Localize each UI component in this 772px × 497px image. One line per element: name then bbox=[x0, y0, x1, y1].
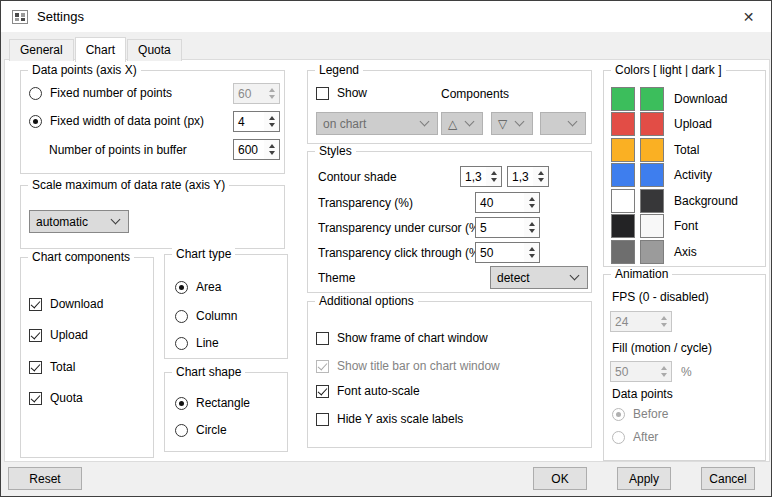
radio-label: Fixed number of points bbox=[50, 86, 172, 100]
close-icon[interactable]: ✕ bbox=[726, 1, 771, 32]
radio-circle bbox=[175, 310, 188, 323]
color-swatch-dark[interactable] bbox=[640, 87, 664, 111]
checkbox-label: Show title bar on chart window bbox=[337, 359, 500, 373]
group-title: Chart shape bbox=[172, 365, 245, 379]
spin-down-icon[interactable] bbox=[538, 178, 544, 182]
color-swatch-dark[interactable] bbox=[640, 138, 664, 162]
spinner-value[interactable]: 1,3 bbox=[461, 167, 486, 186]
color-label: Font bbox=[674, 219, 698, 233]
spinner-value[interactable]: 4 bbox=[234, 112, 264, 131]
spin-up-icon[interactable] bbox=[538, 171, 544, 175]
checkbox-label: Font auto-scale bbox=[337, 384, 420, 398]
buffer-spinner[interactable]: 600 bbox=[233, 139, 280, 160]
spinner-value[interactable]: 50 bbox=[476, 243, 524, 262]
radio-label: Column bbox=[196, 309, 237, 323]
spin-down-icon[interactable] bbox=[529, 254, 535, 258]
legend-marker-up-select: △ bbox=[441, 112, 483, 135]
contour-shade-label: Contour shade bbox=[318, 170, 397, 184]
spin-up-icon bbox=[661, 316, 667, 320]
theme-select[interactable]: detect bbox=[490, 266, 588, 289]
checkbox-download[interactable]: Download bbox=[29, 297, 103, 311]
color-row-download: Download bbox=[604, 87, 727, 111]
color-swatch-dark[interactable] bbox=[640, 214, 664, 238]
radio-before: Before bbox=[612, 407, 668, 421]
apply-button[interactable]: Apply bbox=[617, 467, 671, 490]
radio-line[interactable]: Line bbox=[175, 336, 219, 350]
spin-up-icon[interactable] bbox=[529, 222, 535, 226]
spin-up-icon[interactable] bbox=[269, 116, 275, 120]
color-swatch-dark[interactable] bbox=[640, 112, 664, 136]
chevron-down-icon bbox=[568, 117, 578, 127]
settings-dialog: Settings ✕ General Chart Quota Data poin… bbox=[0, 0, 772, 497]
radio-circle-option[interactable]: Circle bbox=[175, 423, 227, 437]
color-swatch-light[interactable] bbox=[611, 240, 635, 264]
spin-down-icon[interactable] bbox=[529, 229, 535, 233]
color-swatch-light[interactable] bbox=[611, 163, 635, 187]
click-through-spinner[interactable]: 50 bbox=[475, 242, 540, 263]
checkbox-font-autoscale[interactable]: Font auto-scale bbox=[316, 384, 420, 398]
color-swatch-dark[interactable] bbox=[640, 240, 664, 264]
fixed-width-spinner[interactable]: 4 bbox=[233, 111, 280, 132]
color-swatch-light[interactable] bbox=[611, 189, 635, 213]
combo-value: △ bbox=[442, 117, 462, 131]
group-scale-y: Scale maximum of data rate (axis Y) auto… bbox=[20, 185, 285, 249]
transparency-label: Transparency (%) bbox=[318, 196, 413, 210]
group-title: Animation bbox=[611, 267, 672, 281]
contour-shade-spinner-2[interactable]: 1,3 bbox=[507, 166, 549, 187]
radio-area[interactable]: Area bbox=[175, 280, 221, 294]
radio-fixed-width[interactable]: Fixed width of data point (px) bbox=[29, 114, 204, 128]
checkbox-upload[interactable]: Upload bbox=[29, 328, 88, 342]
spin-down-icon[interactable] bbox=[529, 204, 535, 208]
spin-up-icon[interactable] bbox=[269, 144, 275, 148]
reset-button[interactable]: Reset bbox=[8, 467, 82, 490]
color-swatch-dark[interactable] bbox=[640, 163, 664, 187]
spin-down-icon[interactable] bbox=[491, 178, 497, 182]
contour-shade-spinner-1[interactable]: 1,3 bbox=[460, 166, 502, 187]
group-chart-shape: Chart shape Rectangle Circle bbox=[164, 372, 288, 452]
checkbox-total[interactable]: Total bbox=[29, 360, 75, 374]
tab-quota[interactable]: Quota bbox=[127, 39, 182, 61]
checkbox-hide-y-labels[interactable]: Hide Y axis scale labels bbox=[316, 412, 463, 426]
radio-circle bbox=[612, 431, 625, 444]
click-through-label: Transparency click through (%) bbox=[318, 246, 484, 260]
spin-down-icon[interactable] bbox=[269, 151, 275, 155]
checkbox-show-frame[interactable]: Show frame of chart window bbox=[316, 331, 488, 345]
radio-circle bbox=[29, 115, 42, 128]
ok-button[interactable]: OK bbox=[533, 467, 587, 490]
tab-general[interactable]: General bbox=[9, 39, 74, 61]
spin-up-icon[interactable] bbox=[491, 171, 497, 175]
radio-rectangle[interactable]: Rectangle bbox=[175, 396, 250, 410]
transparency-spinner[interactable]: 40 bbox=[475, 192, 540, 213]
spin-down-icon[interactable] bbox=[269, 123, 275, 127]
radio-circle bbox=[175, 424, 188, 437]
radio-column[interactable]: Column bbox=[175, 309, 237, 323]
data-points-label: Data points bbox=[612, 387, 673, 401]
spinner-value[interactable]: 1,3 bbox=[508, 167, 533, 186]
color-swatch-dark[interactable] bbox=[640, 189, 664, 213]
color-label: Upload bbox=[674, 117, 712, 131]
color-swatch-light[interactable] bbox=[611, 138, 635, 162]
color-row-axis: Axis bbox=[604, 240, 697, 264]
spin-up-icon[interactable] bbox=[529, 247, 535, 251]
spin-up-icon bbox=[269, 88, 275, 92]
spin-down-icon bbox=[269, 95, 275, 99]
spinner-buttons bbox=[524, 243, 539, 262]
tab-chart[interactable]: Chart bbox=[75, 37, 126, 62]
color-swatch-light[interactable] bbox=[611, 87, 635, 111]
spinner-value[interactable]: 600 bbox=[234, 140, 264, 159]
checkbox-show-titlebar: Show title bar on chart window bbox=[316, 359, 500, 373]
cancel-button[interactable]: Cancel bbox=[701, 467, 755, 490]
color-swatch-light[interactable] bbox=[611, 112, 635, 136]
tab-strip: General Chart Quota bbox=[9, 37, 183, 61]
spin-up-icon[interactable] bbox=[529, 197, 535, 201]
percent-label: % bbox=[681, 365, 692, 379]
spinner-value[interactable]: 5 bbox=[476, 218, 524, 237]
color-swatch-light[interactable] bbox=[611, 214, 635, 238]
under-cursor-spinner[interactable]: 5 bbox=[475, 217, 540, 238]
radio-fixed-number[interactable]: Fixed number of points bbox=[29, 86, 172, 100]
checkbox-quota[interactable]: Quota bbox=[29, 391, 83, 405]
spinner-value[interactable]: 40 bbox=[476, 193, 524, 212]
scale-max-select[interactable]: automatic bbox=[29, 210, 129, 233]
checkbox-show-legend[interactable]: Show bbox=[316, 86, 367, 100]
color-row-font: Font bbox=[604, 214, 698, 238]
